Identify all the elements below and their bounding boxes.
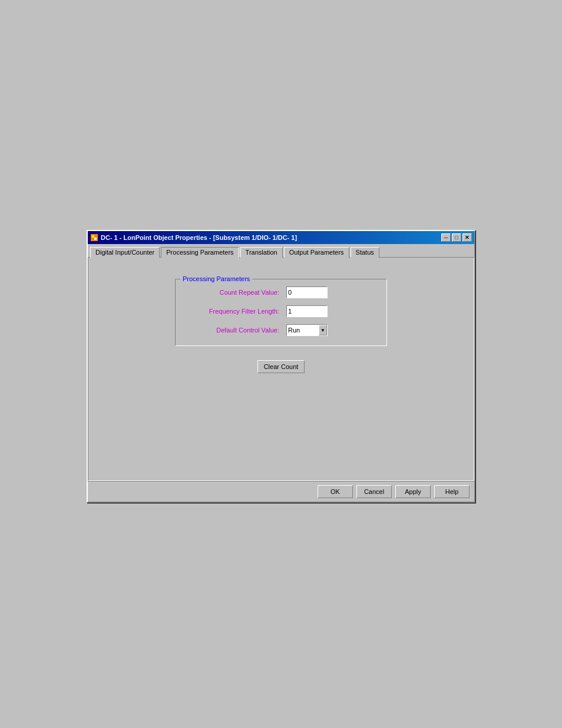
default-control-select[interactable]: Run Stop Hold <box>287 326 319 334</box>
svg-rect-1 <box>92 235 94 238</box>
tab-output-parameters[interactable]: Output Parameters <box>284 247 349 258</box>
tab-status[interactable]: Status <box>351 247 379 258</box>
tab-digital-input[interactable]: Digital Input/Counter <box>90 247 160 258</box>
count-repeat-label: Count Repeat Value: <box>185 289 279 296</box>
default-control-row: Default Control Value: Run Stop Hold ▼ <box>185 324 377 336</box>
ok-button[interactable]: OK <box>318 485 353 498</box>
title-buttons: ─ □ ✕ <box>441 233 472 242</box>
cancel-button[interactable]: Cancel <box>356 485 392 498</box>
title-bar: DC- 1 - LonPoint Object Properties - [Su… <box>88 231 474 244</box>
group-legend: Processing Parameters <box>180 275 252 282</box>
tab-bar: Digital Input/Counter Processing Paramet… <box>88 244 474 257</box>
tab-translation[interactable]: Translation <box>240 247 283 258</box>
tab-content: Processing Parameters Count Repeat Value… <box>88 257 474 481</box>
minimize-button[interactable]: ─ <box>441 233 451 242</box>
count-repeat-row: Count Repeat Value: <box>185 286 377 298</box>
bottom-bar: OK Cancel Apply Help <box>88 481 474 502</box>
freq-filter-input[interactable] <box>286 305 328 317</box>
app-icon <box>90 233 98 242</box>
count-repeat-input[interactable] <box>286 286 328 298</box>
default-control-label: Default Control Value: <box>185 327 279 334</box>
freq-filter-label: Frequency Filter Length: <box>185 308 279 315</box>
processing-params-group: Processing Parameters Count Repeat Value… <box>175 279 387 346</box>
default-control-wrapper: Run Stop Hold ▼ <box>286 324 328 336</box>
clear-count-button[interactable]: Clear Count <box>257 360 305 373</box>
freq-filter-row: Frequency Filter Length: <box>185 305 377 317</box>
window-title: DC- 1 - LonPoint Object Properties - [Su… <box>101 234 297 241</box>
main-window: DC- 1 - LonPoint Object Properties - [Su… <box>87 230 475 503</box>
help-button[interactable]: Help <box>434 485 470 498</box>
tab-processing-parameters[interactable]: Processing Parameters <box>161 247 239 258</box>
maximize-button[interactable]: □ <box>452 233 461 242</box>
clear-count-area: Clear Count <box>98 360 464 373</box>
title-bar-left: DC- 1 - LonPoint Object Properties - [Su… <box>90 233 297 242</box>
close-button[interactable]: ✕ <box>462 233 472 242</box>
apply-button[interactable]: Apply <box>395 485 431 498</box>
svg-rect-2 <box>94 238 97 240</box>
select-arrow-icon: ▼ <box>319 325 327 335</box>
